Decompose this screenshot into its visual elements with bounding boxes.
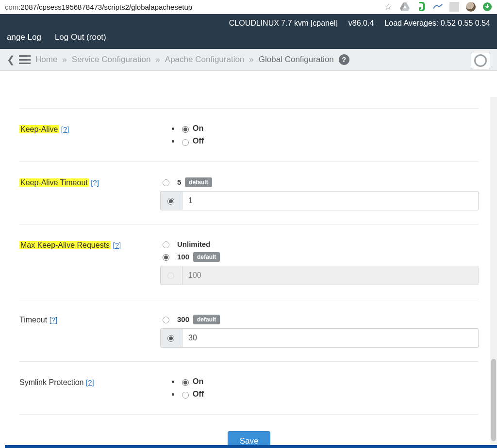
help-link-keep-alive-timeout[interactable]: [?] bbox=[91, 178, 99, 187]
url-path: :2087/cpsess1956878473/scripts2/globalap… bbox=[18, 3, 192, 11]
help-link-symlink[interactable]: [?] bbox=[86, 378, 94, 386]
radio-symlink-off[interactable] bbox=[182, 392, 189, 399]
badge-default: default bbox=[193, 252, 220, 262]
mka-default-value: 100 bbox=[177, 253, 189, 261]
label-timeout: Timeout bbox=[19, 316, 47, 324]
breadcrumb-sep: » bbox=[62, 55, 66, 64]
breadcrumb-service-config[interactable]: Service Configuration bbox=[72, 55, 151, 64]
option-on: On bbox=[193, 124, 203, 132]
url-field[interactable]: com:2087/cpsess1956878473/scripts2/globa… bbox=[5, 3, 383, 11]
back-chevron-icon[interactable]: ❮ bbox=[7, 54, 15, 65]
option-off: Off bbox=[193, 390, 204, 398]
extension-icon[interactable] bbox=[433, 2, 443, 12]
scrollbar[interactable] bbox=[490, 97, 497, 444]
input-ka-timeout[interactable] bbox=[182, 191, 479, 210]
toolbar-divider bbox=[449, 2, 459, 12]
browser-address-bar: com:2087/cpsess1956878473/scripts2/globa… bbox=[0, 0, 497, 14]
ka-timeout-default-value: 5 bbox=[177, 178, 181, 186]
row-timeout: Timeout [?] 300 default bbox=[19, 299, 479, 362]
whm-header: CLOUDLINUX 7.7 kvm [cpanel] v86.0.4 Load… bbox=[0, 14, 497, 49]
whm-version: v86.0.4 bbox=[348, 19, 374, 28]
badge-default: default bbox=[185, 177, 212, 187]
label-symlink: Symlink Protection bbox=[19, 378, 84, 386]
nav-log-out[interactable]: Log Out (root) bbox=[55, 32, 106, 42]
option-on: On bbox=[193, 377, 203, 385]
input-mka[interactable] bbox=[182, 266, 479, 285]
row-keep-alive-timeout: Keep-Alive Timeout [?] 5 default bbox=[19, 162, 479, 224]
evernote-icon[interactable] bbox=[416, 2, 426, 12]
radio-ka-timeout-default[interactable] bbox=[163, 179, 169, 186]
breadcrumb-sep: » bbox=[155, 55, 160, 64]
radio-mka-custom[interactable] bbox=[167, 272, 174, 279]
row-previous-partial bbox=[19, 97, 479, 109]
row-max-keep-alive: Max Keep-Alive Requests [?] Unlimited 10… bbox=[19, 224, 479, 299]
help-link-keep-alive[interactable]: [?] bbox=[61, 125, 69, 133]
breadcrumb-sep: » bbox=[249, 55, 253, 64]
bookmark-star-icon[interactable]: ☆ bbox=[383, 2, 393, 12]
help-link-max-keep-alive[interactable]: [?] bbox=[113, 241, 121, 249]
radio-keep-alive-off[interactable] bbox=[182, 139, 189, 146]
settings-panel: Keep-Alive [?] On Off Keep-Alive Timeout… bbox=[5, 97, 492, 448]
support-button[interactable] bbox=[471, 52, 490, 69]
row-symlink-protection: Symlink Protection [?] On Off bbox=[19, 362, 479, 415]
breadcrumb-apache-config[interactable]: Apache Configuration bbox=[165, 55, 245, 64]
load-averages: Load Averages: 0.52 0.55 0.54 bbox=[384, 19, 490, 28]
radio-keep-alive-on[interactable] bbox=[182, 126, 189, 133]
radio-timeout-custom[interactable] bbox=[167, 335, 174, 342]
breadcrumb-home[interactable]: Home bbox=[35, 55, 57, 64]
nav-change-log[interactable]: ange Log bbox=[7, 32, 41, 42]
input-timeout[interactable] bbox=[182, 328, 479, 348]
radio-mka-default[interactable] bbox=[163, 254, 169, 261]
label-max-keep-alive: Max Keep-Alive Requests bbox=[19, 241, 111, 249]
breadcrumb-bar: ❮ Home » Service Configuration » Apache … bbox=[0, 49, 497, 71]
server-os: CLOUDLINUX 7.7 kvm [cpanel] bbox=[229, 19, 338, 28]
label-keep-alive-timeout: Keep-Alive Timeout bbox=[19, 178, 89, 187]
option-unlimited: Unlimited bbox=[177, 240, 210, 248]
menu-icon[interactable] bbox=[19, 55, 31, 64]
help-icon[interactable]: ? bbox=[339, 54, 349, 65]
row-keep-alive: Keep-Alive [?] On Off bbox=[19, 109, 479, 162]
radio-ka-timeout-custom[interactable] bbox=[167, 198, 174, 205]
option-off: Off bbox=[193, 137, 204, 145]
breadcrumb-current: Global Configuration bbox=[259, 55, 334, 64]
radio-symlink-on[interactable] bbox=[182, 379, 189, 386]
google-drive-icon[interactable] bbox=[400, 2, 410, 12]
label-keep-alive: Keep-Alive bbox=[19, 125, 59, 133]
scrollbar-thumb[interactable] bbox=[491, 359, 496, 441]
timeout-default-value: 300 bbox=[177, 315, 189, 323]
badge-default: default bbox=[193, 315, 220, 324]
download-icon[interactable] bbox=[482, 2, 492, 12]
radio-timeout-default[interactable] bbox=[163, 317, 169, 323]
profile-avatar-icon[interactable] bbox=[466, 2, 476, 12]
radio-mka-unlimited[interactable] bbox=[163, 241, 169, 248]
life-ring-icon bbox=[474, 54, 487, 67]
help-link-timeout[interactable]: [?] bbox=[50, 316, 58, 324]
footer-edge bbox=[5, 445, 497, 448]
url-host: com bbox=[5, 3, 18, 11]
